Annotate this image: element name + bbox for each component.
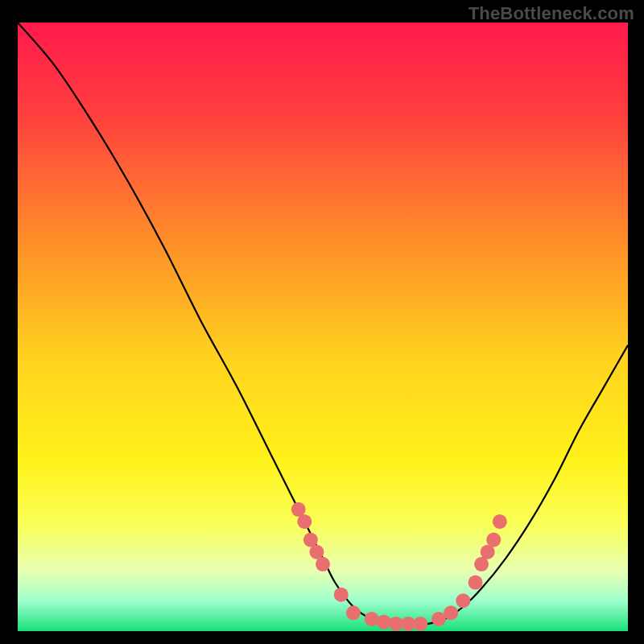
chart-container: TheBottleneck.com	[0, 0, 644, 644]
marker-dot	[334, 588, 349, 602]
plot-svg	[18, 23, 628, 631]
marker-dot	[316, 557, 330, 572]
marker-dot	[377, 615, 391, 630]
plot-area	[18, 23, 628, 631]
marker-dot	[469, 576, 483, 590]
marker-dot	[493, 514, 507, 529]
marker-dot	[456, 593, 470, 608]
marker-dot	[413, 617, 427, 631]
marker-dot	[297, 514, 312, 529]
marker-dot	[365, 612, 379, 626]
watermark-text: TheBottleneck.com	[469, 3, 634, 24]
gradient-background	[18, 23, 628, 631]
marker-dot	[444, 605, 458, 620]
marker-dot	[346, 605, 361, 620]
marker-dot	[486, 533, 501, 547]
